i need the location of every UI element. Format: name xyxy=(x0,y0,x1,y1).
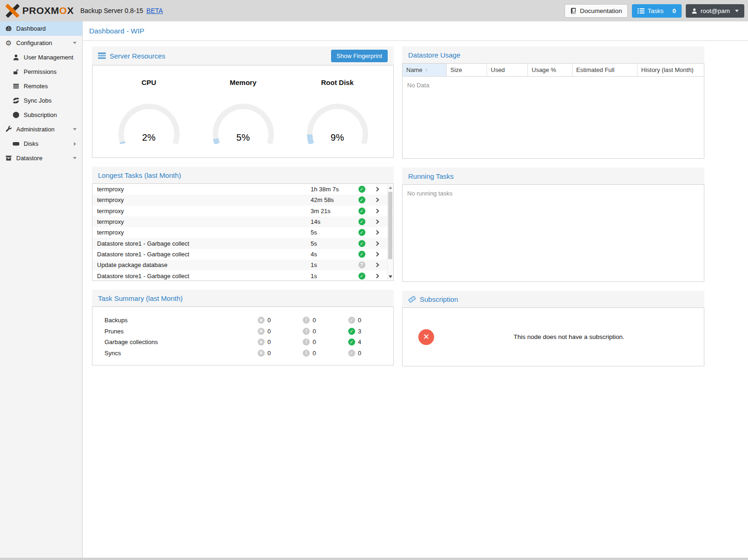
longest-tasks-title: Longest Tasks (last Month) xyxy=(98,171,181,179)
server-resources-title: Server Resources xyxy=(98,52,165,60)
task-open-button[interactable] xyxy=(369,220,384,223)
task-name: Datastore store1 - Garbage collect xyxy=(97,251,311,258)
datastore-table-header: Name↑ Size Used Usage % Estimated Full H… xyxy=(403,64,704,77)
column-header-usage-pct[interactable]: Usage % xyxy=(528,64,572,76)
task-name: termproxy xyxy=(97,218,311,225)
column-header-name[interactable]: Name↑ xyxy=(403,64,447,76)
task-list-icon xyxy=(637,8,644,14)
chevron-right-icon xyxy=(374,273,379,278)
chevron-right-icon xyxy=(374,230,379,235)
task-open-button[interactable] xyxy=(369,274,384,278)
task-name: termproxy xyxy=(97,208,311,215)
subscription-message: This node does not have a subscription. xyxy=(434,333,704,340)
task-duration: 4s xyxy=(311,251,355,258)
task-name: Datastore store1 - Garbage collect xyxy=(97,273,311,280)
user-menu-button[interactable]: root@pam xyxy=(686,4,744,18)
life-ring-icon xyxy=(12,111,20,119)
task-name: termproxy xyxy=(97,196,311,203)
task-status-icon xyxy=(358,261,365,268)
sidebar-nav: Dashboard ⚙ Configuration User Managemen… xyxy=(0,21,83,558)
caret-right-icon xyxy=(74,142,76,146)
top-header-bar: PROXMOX Backup Server 0.8-15 BETA Docume… xyxy=(0,0,748,21)
proxmox-wordmark: PROXMOX xyxy=(22,5,74,16)
column-header-estimated-full[interactable]: Estimated Full xyxy=(572,64,637,76)
task-row[interactable]: termproxy 3m 21s xyxy=(92,206,393,216)
scroll-down-icon[interactable] xyxy=(389,275,392,278)
subscription-panel: Subscription ✕ This node does not have a… xyxy=(402,291,704,366)
chevron-down-icon xyxy=(735,10,739,12)
error-count-icon xyxy=(258,339,265,345)
tasks-count-badge: 0 xyxy=(672,7,676,14)
tasks-scrollbar[interactable] xyxy=(387,184,393,280)
proxmox-x-icon xyxy=(6,4,20,18)
task-row[interactable]: Update package database 1s xyxy=(92,260,393,270)
task-open-button[interactable] xyxy=(369,231,384,234)
column-header-history[interactable]: History (last Month) xyxy=(637,64,704,76)
column-header-size[interactable]: Size xyxy=(447,64,487,76)
tachometer-icon xyxy=(5,25,13,33)
error-count-icon xyxy=(258,328,265,335)
ok-count-icon xyxy=(348,339,355,345)
task-duration: 3m 21s xyxy=(311,208,355,215)
task-row[interactable]: Datastore store1 - Garbage collect 1s xyxy=(92,270,393,281)
task-status-icon xyxy=(358,196,365,203)
task-open-button[interactable] xyxy=(369,263,384,267)
sidebar-item-permissions[interactable]: Permissions xyxy=(0,65,82,79)
page-title-bar: Dashboard - WIP xyxy=(83,21,748,41)
beta-link[interactable]: BETA xyxy=(146,7,163,14)
task-open-button[interactable] xyxy=(369,198,384,202)
chevron-right-icon xyxy=(374,241,379,246)
task-open-button[interactable] xyxy=(369,188,384,191)
proxmox-logo: PROXMOX xyxy=(6,4,74,18)
task-open-button[interactable] xyxy=(369,242,384,245)
warning-count-icon xyxy=(303,328,310,335)
task-duration: 5s xyxy=(311,240,355,247)
sidebar-item-subscription[interactable]: Subscription xyxy=(0,108,82,122)
no-subscription-icon: ✕ xyxy=(418,329,434,345)
ok-count-icon xyxy=(348,350,355,357)
refresh-icon xyxy=(12,97,20,104)
main-content: Dashboard - WIP Server Resources Show Fi… xyxy=(83,21,748,558)
task-status-icon xyxy=(358,251,365,258)
no-data-text: No Data xyxy=(403,77,704,94)
task-row[interactable]: termproxy 1h 38m 7s xyxy=(92,184,393,195)
summary-row-backups: Backups 0 0 0 xyxy=(104,315,393,326)
sidebar-item-disks[interactable]: Disks xyxy=(0,137,82,151)
task-row[interactable]: termproxy 5s xyxy=(92,227,393,238)
task-row[interactable]: termproxy 14s xyxy=(92,216,393,227)
task-open-button[interactable] xyxy=(369,209,384,213)
task-row[interactable]: termproxy 42m 58s xyxy=(92,195,393,205)
sidebar-item-datastore[interactable]: Datastore xyxy=(0,151,82,165)
task-row[interactable]: Datastore store1 - Garbage collect 4s xyxy=(92,249,393,260)
sidebar-item-user-management[interactable]: User Management xyxy=(0,50,82,65)
scroll-up-icon[interactable] xyxy=(389,186,392,189)
show-fingerprint-button[interactable]: Show Fingerprint xyxy=(331,50,388,62)
sidebar-item-sync-jobs[interactable]: Sync Jobs xyxy=(0,93,82,108)
task-duration: 5s xyxy=(311,229,355,236)
sidebar-item-configuration[interactable]: ⚙ Configuration xyxy=(0,36,82,50)
root-disk-gauge-value: 9% xyxy=(303,132,372,143)
root-disk-gauge: Root Disk 9% xyxy=(290,78,384,157)
scrollbar-thumb[interactable] xyxy=(388,192,392,259)
sidebar-item-remotes[interactable]: Remotes xyxy=(0,79,82,93)
task-duration: 1h 38m 7s xyxy=(311,186,355,193)
caret-down-icon xyxy=(73,157,77,159)
chevron-right-icon xyxy=(374,208,379,213)
running-tasks-panel: Running Tasks No running tasks xyxy=(402,168,704,282)
task-duration: 1s xyxy=(311,261,355,268)
warning-count-icon xyxy=(303,339,310,345)
tasks-button[interactable]: Tasks 0 xyxy=(632,4,682,18)
task-duration: 1s xyxy=(311,273,355,280)
chevron-right-icon xyxy=(374,263,379,267)
documentation-button[interactable]: Documentation xyxy=(565,4,628,18)
column-header-used[interactable]: Used xyxy=(487,64,528,76)
sidebar-item-dashboard[interactable]: Dashboard xyxy=(0,21,82,36)
task-row[interactable]: Datastore store1 - Garbage collect 5s xyxy=(92,238,393,248)
wrench-icon xyxy=(5,125,13,133)
chevron-right-icon xyxy=(374,198,379,202)
task-summary-title: Task Summary (last Month) xyxy=(98,294,183,302)
error-count-icon xyxy=(258,317,265,324)
datastore-usage-title: Datastore Usage xyxy=(408,51,461,59)
task-open-button[interactable] xyxy=(369,253,384,256)
sidebar-item-administration[interactable]: Administration xyxy=(0,122,82,137)
